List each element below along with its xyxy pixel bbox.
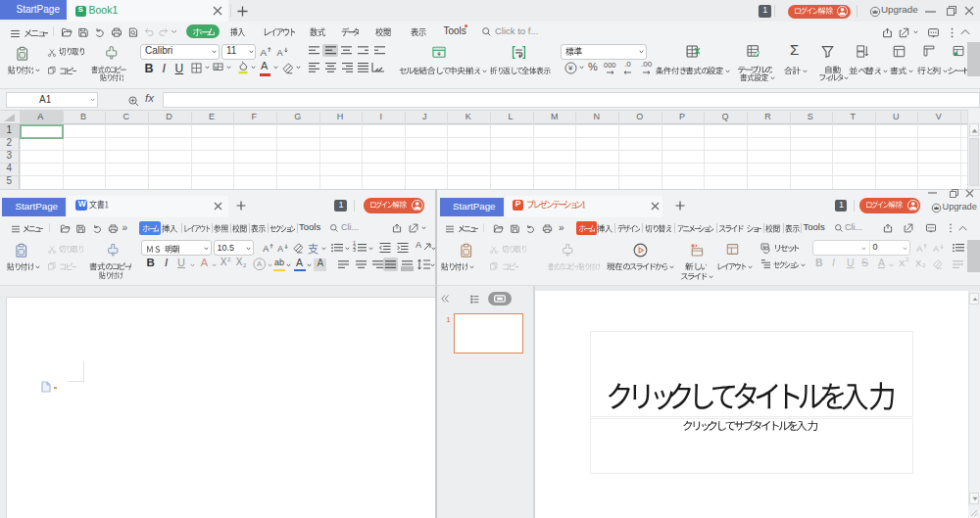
svg-text:A: A <box>263 244 270 254</box>
svg-text:A: A <box>916 244 923 254</box>
svg-text:A: A <box>933 244 939 254</box>
svg-text:A: A <box>257 259 263 268</box>
svg-text:A: A <box>277 244 283 254</box>
svg-text:¥: ¥ <box>568 64 573 72</box>
svg-text:A: A <box>260 47 267 58</box>
svg-text:A: A <box>276 48 283 58</box>
